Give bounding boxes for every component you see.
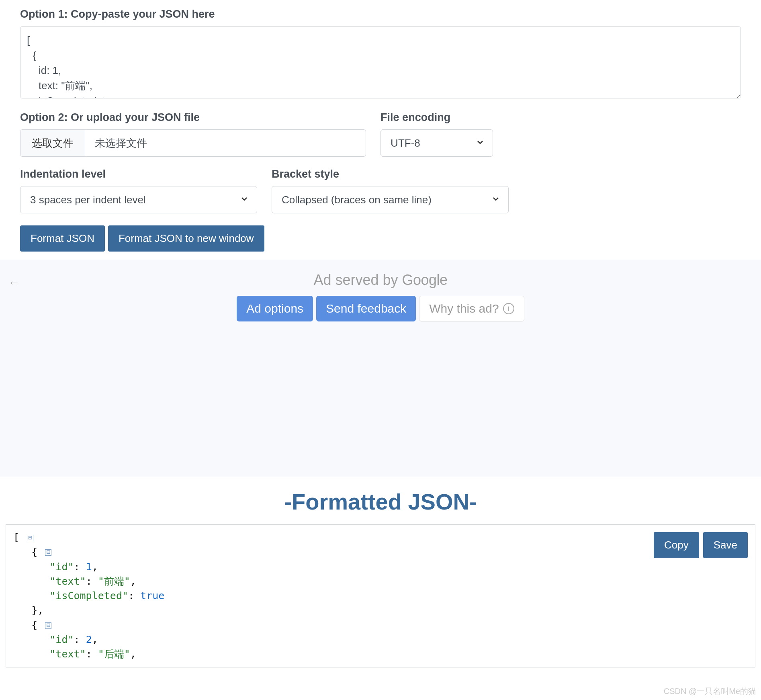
google-logo-text: Google [402, 272, 448, 288]
format-json-button[interactable]: Format JSON [20, 225, 105, 252]
ad-panel: ← Ad served by Google Ad options Send fe… [0, 260, 761, 477]
send-feedback-button[interactable]: Send feedback [316, 296, 416, 321]
format-json-new-window-button[interactable]: Format JSON to new window [108, 225, 264, 252]
info-icon: i [503, 303, 514, 314]
encoding-label: File encoding [380, 111, 493, 124]
why-this-ad-button[interactable]: Why this ad? i [419, 296, 524, 321]
ad-served-by-text: Ad served by Google [0, 272, 761, 289]
indentation-label: Indentation level [20, 168, 257, 180]
option2-label: Option 2: Or upload your JSON file [20, 111, 366, 124]
indentation-select[interactable]: 3 spaces per indent level [20, 186, 257, 213]
json-input-textarea[interactable] [20, 26, 741, 98]
ad-options-button[interactable]: Ad options [237, 296, 313, 321]
collapse-toggle-icon[interactable]: ⊟ [45, 622, 51, 629]
file-status-text: 未选择文件 [85, 130, 157, 156]
encoding-select[interactable]: UTF-8 [380, 129, 493, 157]
save-button[interactable]: Save [703, 532, 748, 558]
bracket-style-select[interactable]: Collapsed (braces on same line) [272, 186, 509, 213]
bracket-style-label: Bracket style [272, 168, 509, 180]
collapse-toggle-icon[interactable]: ⊟ [45, 549, 51, 556]
collapse-toggle-icon[interactable]: ⊟ [27, 535, 33, 541]
copy-button[interactable]: Copy [654, 532, 699, 558]
ad-back-arrow-icon[interactable]: ← [8, 276, 20, 289]
file-input[interactable]: 选取文件 未选择文件 [20, 129, 366, 157]
option1-label: Option 1: Copy-paste your JSON here [20, 8, 741, 20]
formatted-json-output: Copy Save [ ⊟ { ⊟ "id": 1, "text": "前端",… [6, 524, 755, 667]
formatted-json-title: -Formatted JSON- [0, 489, 761, 515]
file-select-button[interactable]: 选取文件 [20, 130, 85, 156]
